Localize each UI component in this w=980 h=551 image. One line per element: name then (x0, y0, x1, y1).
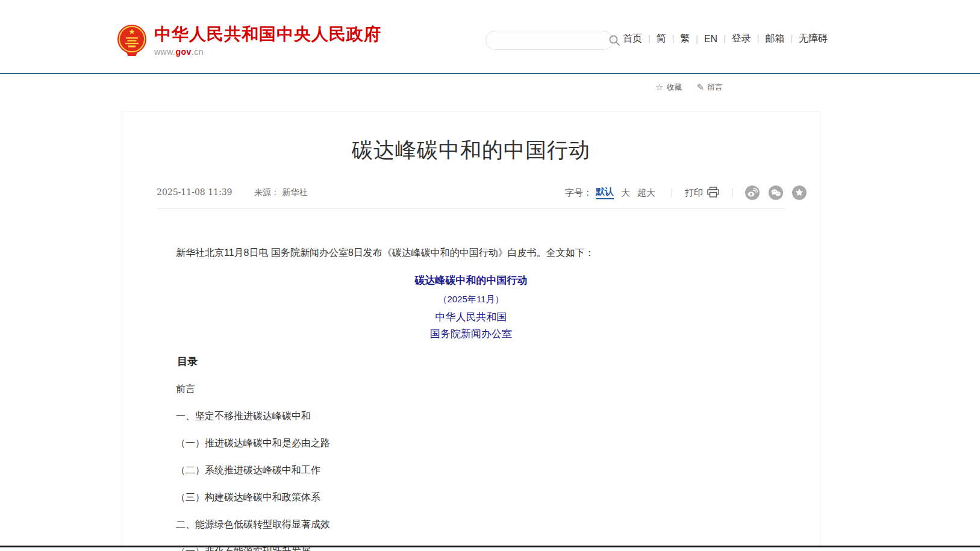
share-icons (745, 185, 807, 200)
nav-item[interactable]: 邮箱 (751, 33, 785, 45)
nav-item[interactable]: EN (690, 34, 717, 45)
article-title: 碳达峰碳中和的中国行动 (122, 139, 820, 160)
comment-label: 留言 (707, 82, 723, 93)
nav-item[interactable]: 登录 (717, 33, 751, 45)
toc-item: （三）构建碳达峰碳中和政策体系 (157, 493, 785, 502)
divider (672, 188, 672, 198)
header-inner: 中华人民共和国中央人民政府 www.gov.cn 首页简繁EN登录邮箱无障碍 (117, 0, 834, 73)
url-www: www. (154, 47, 175, 57)
article-card: 碳达峰碳中和的中国行动 2025-11-08 11:39 来源： 新华社 字号：… (122, 111, 820, 546)
weibo-share-icon[interactable] (745, 185, 760, 200)
toc-item: （一）推进碳达峰碳中和是必由之路 (157, 438, 785, 448)
doc-title: 碳达峰碳中和的中国行动 (157, 275, 785, 285)
fontsize-option-default[interactable]: 默认 (596, 186, 614, 199)
divider (732, 188, 732, 198)
brand: 中华人民共和国中央人民政府 www.gov.cn (154, 25, 381, 57)
search-box[interactable] (485, 31, 613, 50)
doc-date: （2025年11月） (157, 294, 785, 304)
comment-button[interactable]: ✎ 留言 (696, 82, 723, 93)
source-label: 来源： (254, 187, 279, 197)
star-share-icon[interactable] (792, 185, 807, 200)
nav-item[interactable]: 无障碍 (784, 33, 828, 45)
toc-title: 目录 (157, 356, 785, 367)
url-gov: gov (175, 47, 191, 57)
star-outline-icon: ☆ (655, 82, 663, 93)
search-input[interactable] (486, 36, 608, 45)
nav-item[interactable]: 繁 (666, 33, 690, 45)
doc-org-line1: 中华人民共和国 (157, 312, 785, 322)
viewport-bottom-edge (0, 546, 980, 547)
search-icon[interactable] (608, 34, 620, 46)
toc-item: 一、坚定不移推进碳达峰碳中和 (157, 411, 785, 421)
pencil-icon: ✎ (696, 82, 704, 93)
page-actions: ☆ 收藏 ✎ 留言 (655, 82, 723, 93)
national-emblem-icon (117, 24, 147, 59)
fontsize-option-large[interactable]: 大 (621, 187, 630, 199)
site-url[interactable]: www.gov.cn (154, 47, 381, 57)
fontsize-option-xlarge[interactable]: 超大 (637, 187, 655, 199)
nav-item[interactable]: 首页 (623, 33, 642, 45)
doc-org-line2: 国务院新闻办公室 (157, 329, 785, 339)
intro-paragraph: 新华社北京11月8日电 国务院新闻办公室8日发布《碳达峰碳中和的中国行动》白皮书… (157, 248, 785, 258)
meta-divider (157, 208, 785, 209)
print-label: 打印 (685, 187, 703, 199)
page: 中华人民共和国中央人民政府 www.gov.cn 首页简繁EN登录邮箱无障碍 ☆ (0, 0, 980, 551)
fontsize-label: 字号： (565, 187, 592, 199)
url-cn: .cn (192, 47, 204, 57)
nav-item[interactable]: 简 (642, 33, 666, 45)
article-meta-right: 字号： 默认 大 超大 打印 (565, 185, 807, 200)
article-body: 新华社北京11月8日电 国务院新闻办公室8日发布《碳达峰碳中和的中国行动》白皮书… (157, 248, 785, 551)
wechat-share-icon[interactable] (769, 185, 783, 200)
article-source: 新华社 (282, 187, 307, 197)
favorite-button[interactable]: ☆ 收藏 (655, 82, 682, 93)
toc-item: 二、能源绿色低碳转型取得显著成效 (157, 520, 785, 529)
toc-item: 前言 (157, 384, 785, 394)
article-meta-left: 2025-11-08 11:39 来源： 新华社 (157, 187, 307, 198)
favorite-label: 收藏 (666, 82, 682, 93)
toc-list: 前言一、坚定不移推进碳达峰碳中和（一）推进碳达峰碳中和是必由之路（二）系统推进碳… (157, 384, 785, 551)
article-date: 2025-11-08 11:39 (157, 187, 233, 197)
print-button[interactable]: 打印 (685, 187, 719, 199)
article-meta-row: 2025-11-08 11:39 来源： 新华社 字号： 默认 大 超大 打印 (157, 185, 807, 200)
printer-icon (707, 187, 719, 199)
site-title: 中华人民共和国中央人民政府 (154, 25, 381, 44)
top-nav: 首页简繁EN登录邮箱无障碍 (623, 33, 828, 45)
site-header: 中华人民共和国中央人民政府 www.gov.cn 首页简繁EN登录邮箱无障碍 (0, 0, 980, 74)
toc-item: （一）非化石能源实现跃升发展 (157, 547, 785, 551)
toc-item: （二）系统推进碳达峰碳中和工作 (157, 465, 785, 475)
